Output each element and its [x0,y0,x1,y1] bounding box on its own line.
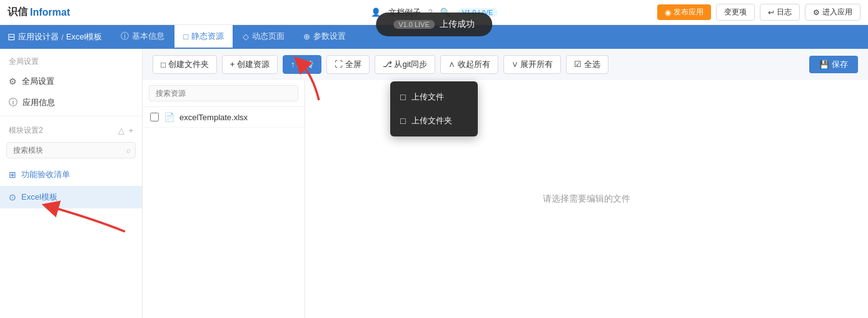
breadcrumb-page: Excel模板 [66,31,103,43]
publish-button[interactable]: ◉ 发布应用 [657,4,711,20]
upload-label: ↑ 上传 [291,59,313,70]
publish-label: 发布应用 [674,7,704,18]
upload-folder-icon: □ [400,116,405,126]
upload-file-label: 上传文件 [411,91,444,103]
sort-icon[interactable]: △ [118,126,124,135]
toolbar: □ 创建文件夹 + 创建资源 ↑ 上传 ⛶ 全屏 ⎇ 从git同步 ∧ 收起所有… [143,49,868,80]
expand-all-button[interactable]: ∨ 展开所有 [503,55,562,74]
tab-static-label: 静态资源 [191,31,224,42]
sidebar-item-global-settings[interactable]: ⚙ 全局设置 [0,71,142,92]
sidebar-global-title: 全局设置 [0,49,142,71]
fullscreen-button[interactable]: ⛶ 全屏 [326,55,370,74]
enter-app-button[interactable]: ⚙ 进入应用 [805,4,860,21]
collapse-all-label: ∧ 收起所有 [448,59,490,70]
expand-all-label: ∨ 展开所有 [512,59,553,70]
content-area: □ 创建文件夹 + 创建资源 ↑ 上传 ⛶ 全屏 ⎇ 从git同步 ∧ 收起所有… [143,49,868,318]
logo-en: Informat [30,7,70,18]
changes-label: 变更项 [724,8,747,16]
git-sync-button[interactable]: ⎇ 从git同步 [375,55,435,74]
create-folder-label: 创建文件夹 [168,59,209,70]
file-search-input[interactable] [149,85,298,101]
fullscreen-label: ⛶ 全屏 [335,59,361,70]
tab-basic-label: 基本信息 [132,31,164,42]
editor-panel: 请选择需要编辑的文件 [305,80,868,318]
collapse-all-button[interactable]: ∧ 收起所有 [440,55,498,74]
save-label: 保存 [832,59,848,70]
breadcrumb-sep: / [61,33,64,42]
tab-static-icon: □ [183,32,188,41]
tab-static[interactable]: □ 静态资源 [174,25,233,49]
breadcrumb: ⊟ 应用设计器 / Excel模板 [8,31,102,43]
toast-notification: V1.0 LIVE 上传成功 [376,13,492,36]
upload-dropdown-menu: □ 上传文件 □ 上传文件夹 [390,81,478,136]
tab-params-label: 参数设置 [313,31,346,42]
enter-label: 进入应用 [822,7,852,18]
log-label: 日志 [777,7,792,18]
tab-dynamic-icon: ◇ [243,32,249,41]
main-layout: 全局设置 ⚙ 全局设置 ⓘ 应用信息 模块设置2 △ + ⌕ ⊞ 功能验收清单 … [0,49,868,318]
sidebar-item-checklist[interactable]: ⊞ 功能验收清单 [0,163,142,186]
search-icon: ⌕ [126,146,131,155]
file-excel-icon: 📄 [164,112,174,122]
save-button[interactable]: 💾 保存 [809,56,858,73]
sidebar-app-info-label: 应用信息 [23,97,55,108]
logo-zh: 识信 [8,6,28,19]
folder-icon: □ [161,60,166,69]
changes-button[interactable]: 变更项 [716,4,755,21]
upload-folder-item[interactable]: □ 上传文件夹 [390,109,478,133]
sidebar-checklist-label: 功能验收清单 [21,169,70,180]
file-list-container: 📄 excelTemplate.xlsx 请选择需要编辑的文件 [143,80,868,318]
sidebar: 全局设置 ⚙ 全局设置 ⓘ 应用信息 模块设置2 △ + ⌕ ⊞ 功能验收清单 … [0,49,143,318]
sidebar-excel-label: Excel模板 [21,192,58,203]
select-all-button[interactable]: ☑ 全选 [566,55,608,74]
sidebar-search-input[interactable] [6,142,136,158]
sidebar-search[interactable]: ⌕ [6,142,136,158]
file-name: excelTemplate.xlsx [179,113,248,122]
tab-basic[interactable]: ⓘ 基本信息 [112,25,173,49]
nav-tabs: ⓘ 基本信息 □ 静态资源 ◇ 动态页面 ⊕ 参数设置 [112,25,355,49]
file-search[interactable] [143,80,305,107]
create-resource-button[interactable]: + 创建资源 [222,55,278,74]
git-sync-label: ⎇ 从git同步 [383,59,427,70]
tab-dynamic[interactable]: ◇ 动态页面 [234,25,293,49]
upload-file-item[interactable]: □ 上传文件 [390,85,478,109]
file-item-excel[interactable]: 📄 excelTemplate.xlsx [143,107,305,128]
file-list: 📄 excelTemplate.xlsx [143,80,305,318]
tab-dynamic-label: 动态页面 [252,31,285,42]
tab-basic-icon: ⓘ [121,31,129,42]
sidebar-item-excel[interactable]: ⊙ Excel模板 [0,186,142,208]
upload-button[interactable]: ↑ 上传 [283,55,321,74]
top-nav-right: ◉ 发布应用 变更项 ↩ 日志 ⚙ 进入应用 [657,4,860,21]
breadcrumb-app: 应用设计器 [18,31,59,43]
tab-params-icon: ⊕ [303,32,310,41]
collapse-icon[interactable]: ⊟ [8,31,16,43]
sidebar-module-actions: △ + [118,126,133,135]
save-icon: 💾 [819,60,829,69]
add-module-icon[interactable]: + [128,126,133,135]
checklist-icon: ⊞ [9,170,16,180]
sidebar-global-settings-label: 全局设置 [22,76,54,87]
upload-folder-label: 上传文件夹 [411,115,452,126]
select-all-label: ☑ 全选 [574,59,600,70]
file-checkbox[interactable] [150,113,159,121]
sidebar-module-title: 模块设置2 [9,125,43,136]
create-resource-label: + 创建资源 [230,59,270,70]
sidebar-module-header: 模块设置2 △ + [0,119,142,140]
info-icon: ⓘ [9,97,18,108]
sidebar-divider [0,116,142,116]
enter-icon: ⚙ [813,8,820,17]
log-button[interactable]: ↩ 日志 [760,4,800,21]
toast-text: 上传成功 [440,19,475,30]
publish-icon: ◉ [665,8,671,17]
toolbar-right: 💾 保存 [809,56,858,73]
sidebar-item-app-info[interactable]: ⓘ 应用信息 [0,92,142,113]
app-logo: 识信 Informat [8,6,70,19]
gear-icon: ⚙ [9,76,17,86]
excel-icon: ⊙ [9,192,16,202]
editor-placeholder: 请选择需要编辑的文件 [543,193,630,205]
upload-file-icon: □ [400,92,405,102]
toast-version: V1.0 LIVE [393,20,435,29]
tab-params[interactable]: ⊕ 参数设置 [295,25,355,49]
log-icon: ↩ [768,8,774,17]
create-folder-button[interactable]: □ 创建文件夹 [153,55,217,74]
